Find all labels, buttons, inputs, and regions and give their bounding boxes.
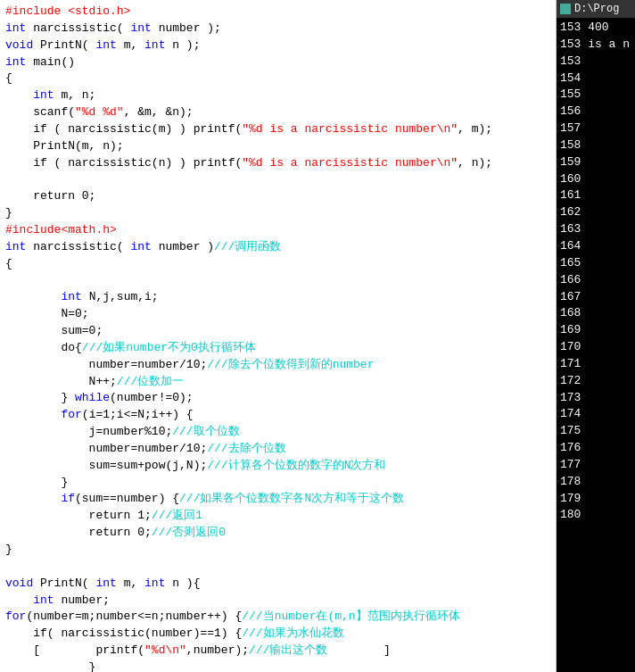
- code-line: int narcissistic( int number )///调用函数: [5, 239, 550, 256]
- output-panel: D:\Prog 153 400153 is a n153154155156157…: [557, 0, 635, 672]
- code-line: int N,j,sum,i;: [5, 289, 550, 306]
- code-line: do{///如果number不为0执行循环体: [5, 340, 550, 357]
- code-line: N=0;: [5, 306, 550, 323]
- code-line: sum=sum+pow(j,N);///计算各个位数的数字的N次方和: [5, 458, 550, 475]
- code-line: [5, 559, 550, 576]
- code-line: int narcissistic( int number );: [5, 21, 550, 37]
- output-line: 160: [560, 171, 631, 188]
- code-line: return 0;: [5, 188, 550, 205]
- code-line: if ( narcissistic(n) ) printf("%d is a n…: [5, 155, 550, 172]
- output-line: 175: [560, 423, 631, 440]
- code-line: return 0;///否则返回0: [5, 525, 550, 542]
- output-line: 179: [560, 491, 631, 508]
- code-line: {: [5, 71, 550, 87]
- output-line: 173: [560, 390, 631, 407]
- code-line: sum=0;: [5, 323, 550, 340]
- output-line: 164: [560, 238, 631, 255]
- code-line: if(sum==number) {///如果各个位数数字各N次方和等于这个数: [5, 491, 550, 508]
- output-line: 162: [560, 204, 631, 221]
- output-line: 159: [560, 154, 631, 171]
- code-line: }: [5, 205, 550, 222]
- code-editor: #include <stdio.h>int narcissistic( int …: [0, 0, 557, 672]
- code-line: number=number/10;///去除个位数: [5, 441, 550, 458]
- output-line: 167: [560, 289, 631, 306]
- output-line: 169: [560, 322, 631, 339]
- output-line: 157: [560, 120, 631, 137]
- output-line: 153: [560, 54, 631, 71]
- code-line: void PrintN( int m, int n ){: [5, 576, 550, 593]
- code-line: [ printf("%d\n",number);///输出这个数 ]: [5, 643, 550, 660]
- output-line: 172: [560, 373, 631, 390]
- code-line: for(i=1;i<=N;i++) {: [5, 407, 550, 424]
- code-line: }: [5, 660, 550, 672]
- output-line: 174: [560, 406, 631, 423]
- code-line: if( narcissistic(number)==1) {///如果为水仙花数: [5, 626, 550, 643]
- code-line: #include <stdio.h>: [5, 4, 550, 21]
- output-line: 156: [560, 104, 631, 120]
- output-line: 177: [560, 457, 631, 474]
- output-line: 161: [560, 187, 631, 204]
- output-line: 176: [560, 440, 631, 457]
- code-line: {: [5, 256, 550, 273]
- code-line: number=number/10;///除去个位数得到新的number: [5, 357, 550, 374]
- code-line: [5, 171, 550, 188]
- code-line: #include<math.h>: [5, 222, 550, 239]
- output-line: 180: [560, 507, 631, 524]
- output-line: 154: [560, 71, 631, 87]
- output-line: 178: [560, 474, 631, 491]
- output-line: 153 is a n: [560, 37, 631, 54]
- code-line: [5, 273, 550, 290]
- output-line: 165: [560, 255, 631, 272]
- output-line: 170: [560, 339, 631, 356]
- code-line: if ( narcissistic(m) ) printf("%d is a n…: [5, 121, 550, 138]
- output-line: 163: [560, 221, 631, 238]
- code-line: } while(number!=0);: [5, 390, 550, 407]
- output-line: 168: [560, 305, 631, 322]
- output-titlebar: D:\Prog: [557, 0, 635, 18]
- code-line: }: [5, 475, 550, 492]
- code-line: return 1;///返回1: [5, 508, 550, 525]
- output-line: 153 400: [560, 20, 631, 37]
- code-line: PrintN(m, n);: [5, 138, 550, 155]
- code-line: j=number%10;///取个位数: [5, 424, 550, 441]
- output-line: 155: [560, 87, 631, 104]
- output-icon: [560, 4, 571, 14]
- output-line: 166: [560, 272, 631, 289]
- code-line: int m, n;: [5, 87, 550, 104]
- code-line: int number;: [5, 593, 550, 610]
- output-line: 158: [560, 137, 631, 154]
- output-line: 171: [560, 356, 631, 373]
- code-line: void PrintN( int m, int n );: [5, 37, 550, 54]
- output-title: D:\Prog: [574, 3, 619, 15]
- output-lines: 153 400153 is a n15315415515615715815916…: [557, 18, 635, 672]
- code-line: for(number=m;number<=n;number++) {///当nu…: [5, 609, 550, 626]
- code-text: #include <stdio.h>int narcissistic( int …: [0, 0, 556, 672]
- code-line: scanf("%d %d", &m, &n);: [5, 104, 550, 121]
- code-line: int main(): [5, 54, 550, 71]
- code-line: N++;///位数加一: [5, 374, 550, 391]
- code-line: }: [5, 542, 550, 559]
